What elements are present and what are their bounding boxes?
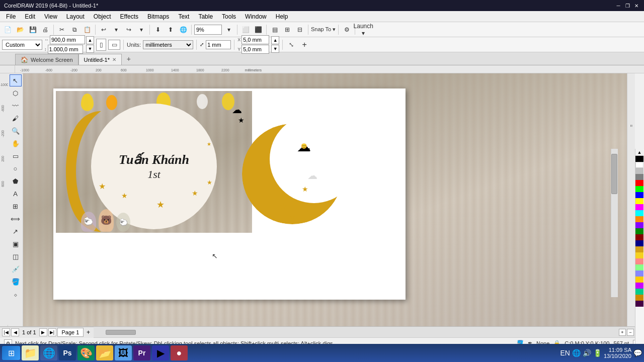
color-black[interactable]	[635, 156, 643, 162]
zoom-input[interactable]	[194, 25, 222, 35]
tray-notifications[interactable]: 💬	[633, 349, 642, 357]
color-orange[interactable]	[635, 216, 643, 222]
undo-dropdown[interactable]: ▾	[111, 24, 122, 35]
color-darkblue[interactable]	[635, 240, 643, 246]
menu-bitmaps[interactable]: Bitmaps	[143, 12, 173, 21]
zoom-in-btn-bottom[interactable]: +	[619, 329, 626, 336]
select-tool[interactable]: ↖	[10, 74, 22, 86]
tab-document[interactable]: Untitled-1* ✕	[78, 54, 122, 65]
page-next-btn[interactable]: ▶	[39, 328, 47, 336]
color-violet[interactable]	[635, 283, 643, 289]
color-lightblue[interactable]	[635, 270, 643, 277]
artistic-media-tool[interactable]: 🖌	[10, 112, 22, 124]
height-input[interactable]	[48, 45, 83, 54]
color-gray[interactable]	[635, 168, 643, 174]
interactive-fill[interactable]: 🪣	[10, 276, 22, 288]
save-button[interactable]: 💾	[27, 24, 38, 35]
zoom-tool[interactable]: 🔍	[10, 125, 22, 137]
color-darkgray[interactable]	[635, 174, 643, 180]
portrait-btn[interactable]: ▯	[96, 39, 106, 51]
x-up[interactable]: ▲	[271, 36, 279, 44]
shape-tool[interactable]: ⬡	[10, 87, 22, 99]
color-purple[interactable]	[635, 222, 643, 228]
view-mode2[interactable]: ⬛	[253, 24, 264, 35]
menu-file[interactable]: File	[2, 12, 20, 21]
color-darkpurple[interactable]	[635, 301, 643, 307]
menu-object[interactable]: Object	[90, 12, 115, 21]
freehand-tool[interactable]: 〰	[10, 100, 22, 112]
smart-fill[interactable]: ⬦	[10, 288, 22, 300]
nudge-input[interactable]	[206, 40, 231, 49]
scale-page-btn[interactable]: ⤡	[286, 39, 297, 50]
paste-button[interactable]: 📋	[82, 24, 93, 35]
vertical-scrollbar[interactable]	[611, 149, 618, 297]
restore-button[interactable]: ❐	[624, 2, 631, 9]
page-preset-select[interactable]: Custom	[2, 40, 42, 50]
x-input[interactable]	[242, 35, 269, 44]
import-button[interactable]: ⬇	[152, 24, 164, 35]
increase-w[interactable]: ▲	[86, 36, 94, 44]
menu-text[interactable]: Text	[174, 12, 193, 21]
rectangle-tool[interactable]: ▭	[10, 150, 22, 162]
ellipse-tool[interactable]: ○	[10, 162, 22, 174]
menu-table[interactable]: Table	[194, 12, 217, 21]
align-button[interactable]: ▤	[269, 24, 280, 35]
menu-window[interactable]: Window	[241, 12, 271, 21]
taskbar-pr-app[interactable]: Pr	[133, 345, 150, 360]
color-darkgreen[interactable]	[635, 228, 643, 234]
add-page-bottom-btn[interactable]: +	[85, 328, 92, 336]
color-brown[interactable]	[635, 295, 643, 301]
pan-tool[interactable]: ✋	[10, 137, 22, 149]
connector-tool[interactable]: ↗	[10, 225, 22, 237]
hscroll-area[interactable]	[94, 329, 614, 336]
view-mode1[interactable]: ⬜	[240, 24, 251, 35]
color-yellow[interactable]	[635, 198, 643, 204]
color-amber[interactable]	[635, 277, 643, 283]
taskbar-media-app[interactable]: ▶	[152, 345, 169, 360]
taskbar-folder-app[interactable]: 📂	[96, 345, 113, 360]
scroll-thumb-v[interactable]	[611, 154, 617, 194]
polygon-tool[interactable]: ⬟	[10, 175, 22, 187]
add-page-btn[interactable]: +	[299, 39, 310, 50]
copy-button[interactable]: ⧉	[69, 24, 80, 35]
menu-effects[interactable]: Effects	[116, 12, 142, 21]
color-teal[interactable]	[635, 289, 643, 295]
landscape-btn[interactable]: ▭	[108, 40, 120, 50]
menu-layout[interactable]: Layout	[62, 12, 89, 21]
palette-scroll-up[interactable]: ▲	[635, 149, 643, 156]
color-magenta[interactable]	[635, 204, 643, 210]
decrease-w[interactable]: ▼	[86, 45, 94, 53]
menu-help[interactable]: Help	[272, 12, 292, 21]
text-tool[interactable]: A	[10, 188, 22, 200]
taskbar-coreldraw-app[interactable]: 🎨	[77, 345, 95, 360]
print-button[interactable]: 🖨	[40, 24, 51, 35]
guidelines-button[interactable]: ⊟	[294, 24, 305, 35]
tab-close-btn[interactable]: ✕	[112, 57, 116, 62]
zoom-dropdown[interactable]: ▾	[223, 24, 234, 35]
page-first-btn[interactable]: |◀	[2, 328, 10, 336]
options-button[interactable]: ⚙	[341, 24, 352, 35]
color-eyedropper[interactable]: 💉	[10, 263, 22, 275]
redo-dropdown[interactable]: ▾	[136, 24, 147, 35]
launch-button[interactable]: Launch ▾	[358, 24, 369, 35]
start-button[interactable]: ⊞	[2, 346, 20, 360]
fill-tool[interactable]: ▣	[10, 238, 22, 250]
hscroll-thumb[interactable]	[106, 330, 136, 335]
grid-button[interactable]: ⊞	[282, 24, 293, 35]
open-button[interactable]: 📂	[15, 24, 26, 35]
menu-edit[interactable]: Edit	[21, 12, 39, 21]
color-white[interactable]	[635, 162, 643, 168]
document-page[interactable]: Tuấn Khánh 1st ★ ★ ★ ★ ★ ★	[53, 88, 406, 300]
width-input[interactable]	[50, 35, 85, 44]
color-lightred[interactable]	[635, 258, 643, 264]
zoom-out-btn-bottom[interactable]: −	[627, 329, 634, 336]
color-red[interactable]	[635, 180, 643, 186]
taskbar-chrome-app[interactable]: 🌐	[40, 345, 57, 360]
taskbar-photos-app[interactable]: 🖼	[115, 345, 132, 360]
cut-button[interactable]: ✂	[56, 24, 67, 35]
taskbar-corel-app[interactable]: ●	[171, 345, 188, 360]
taskbar-ps-app[interactable]: Ps	[59, 345, 76, 360]
color-lightyellow[interactable]	[635, 252, 643, 258]
new-button[interactable]: 📄	[2, 24, 13, 35]
minimize-button[interactable]: ─	[615, 2, 622, 9]
